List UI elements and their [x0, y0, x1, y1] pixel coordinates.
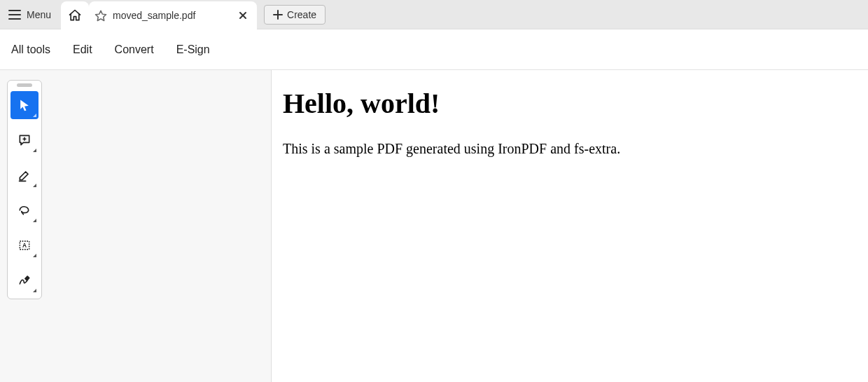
document-view[interactable]: Hello, world! This is a sample PDF gener… — [272, 70, 868, 382]
menuitem-convert[interactable]: Convert — [113, 41, 155, 59]
create-label: Create — [287, 9, 316, 20]
select-tool[interactable] — [10, 91, 38, 119]
svg-marker-3 — [96, 11, 106, 20]
highlight-tool[interactable] — [10, 161, 38, 189]
create-button[interactable]: Create — [264, 5, 326, 25]
home-icon — [68, 8, 82, 22]
textbox-tool[interactable]: A — [10, 231, 38, 259]
menu-button[interactable]: Menu — [4, 5, 61, 25]
cursor-icon — [18, 98, 31, 112]
menuitem-esign[interactable]: E-Sign — [175, 41, 211, 59]
signature-icon — [18, 273, 31, 287]
star-icon[interactable] — [94, 9, 107, 22]
plus-icon — [273, 10, 283, 20]
tool-palette[interactable]: A — [7, 80, 42, 299]
titlebar: Menu moved_sample.pdf Create — [0, 0, 868, 29]
menu-label: Menu — [27, 9, 51, 20]
main-area: A Hello, world! This is a sample PDF gen… — [0, 70, 868, 382]
drag-handle-icon[interactable] — [17, 83, 32, 87]
textbox-icon: A — [18, 238, 31, 252]
tab-file[interactable]: moved_sample.pdf — [89, 1, 257, 29]
side-pane: A — [0, 70, 272, 382]
lasso-icon — [18, 203, 31, 217]
menuitem-edit[interactable]: Edit — [71, 41, 94, 59]
document-heading: Hello, world! — [283, 87, 857, 120]
svg-text:A: A — [22, 242, 27, 249]
document-body: This is a sample PDF generated using Iro… — [283, 141, 857, 157]
comment-tool[interactable] — [10, 126, 38, 154]
menubar: All tools Edit Convert E-Sign — [0, 29, 868, 70]
comment-icon — [18, 133, 31, 147]
tab-close-button[interactable] — [236, 8, 250, 22]
menuitem-all-tools[interactable]: All tools — [10, 41, 52, 59]
tab-label: moved_sample.pdf — [113, 10, 230, 21]
sign-tool[interactable] — [10, 266, 38, 294]
highlighter-icon — [18, 168, 31, 182]
draw-tool[interactable] — [10, 196, 38, 224]
hamburger-icon — [8, 10, 21, 20]
tab-home[interactable] — [61, 1, 89, 29]
